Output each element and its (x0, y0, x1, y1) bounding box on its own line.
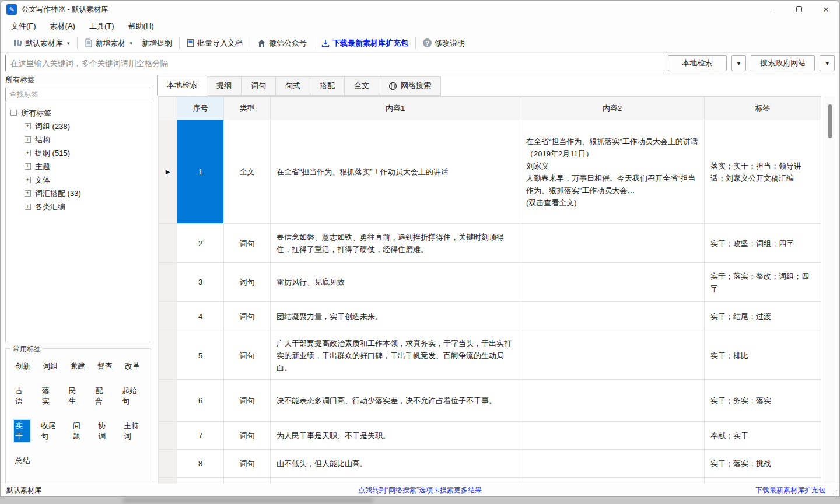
table-vertical-scrollbar[interactable] (825, 96, 835, 484)
table-row[interactable]: 4 词句 团结凝聚力量，实干创造未来。 实干；结尾；过渡 (159, 302, 821, 331)
cell-tags[interactable]: 实干；落实；挑战 (705, 450, 821, 478)
cell-index[interactable]: 6 (177, 380, 224, 422)
cell-type[interactable]: 词句 (224, 331, 271, 380)
cell-tags[interactable]: 奉献；实干 (705, 422, 821, 450)
local-search-dropdown-button[interactable]: ▼ (732, 55, 747, 71)
menu-file[interactable]: 文件(F) (11, 21, 36, 32)
expand-icon[interactable]: + (24, 136, 31, 143)
tag-zongjie[interactable]: 总结 (14, 455, 32, 467)
cell-tags[interactable]: 实干；攻坚；词组；四字 (705, 224, 821, 263)
cell-tags[interactable]: 落实；实干；担当；领导讲话；刘家义公开文稿汇编 (705, 120, 821, 224)
cell-tags[interactable]: 实干；结尾；过渡 (705, 302, 821, 331)
cell-index[interactable]: 7 (177, 422, 224, 450)
menu-tools[interactable]: 工具(T) (89, 21, 114, 32)
tab-outline[interactable]: 提纲 (207, 76, 242, 96)
cell-content1[interactable]: 为人民干事是天职、不干是失职。 (271, 422, 520, 450)
tag-ducha[interactable]: 督查 (96, 360, 114, 372)
minimize-button[interactable]: – (759, 1, 786, 18)
gov-search-dropdown-button[interactable]: ▼ (820, 55, 835, 71)
tab-collocations[interactable]: 搭配 (310, 76, 345, 96)
current-row-arrow-icon[interactable]: ▶ (159, 120, 177, 224)
cell-index[interactable]: 4 (177, 302, 224, 331)
cell-content1[interactable]: 要信念如磐、意志如铁、勇往直前，遇到挫折撑得住，关键时刻顶得住，扛得了重活，打得… (271, 224, 520, 263)
tag-shouweiju[interactable]: 收尾句 (40, 420, 62, 442)
tab-phrases[interactable]: 词句 (242, 76, 276, 96)
add-material-button[interactable]: 新增素材 ▾ (80, 36, 138, 51)
cell-type[interactable]: 词句 (224, 422, 271, 450)
tree-node-outline[interactable]: + 提纲 (515) (10, 146, 150, 160)
tab-web-search[interactable]: 网络搜索 (379, 76, 441, 96)
local-search-button[interactable]: 本地检索 (668, 55, 727, 71)
cell-content2[interactable] (520, 450, 705, 478)
tag-shigan-selected[interactable]: 实干 (14, 420, 30, 442)
cell-content1[interactable]: 山不低头，但人能比山高。 (271, 450, 520, 478)
batch-import-button[interactable]: 批量导入文档 (182, 36, 247, 51)
table-row[interactable]: 6 词句 决不能表态多调门高、行动少落实差，决不允许占着位子不干事。 实干；务实… (159, 380, 821, 422)
tree-node-phrases[interactable]: + 词组 (238) (10, 120, 150, 133)
cell-content1[interactable]: 决不能表态多调门高、行动少落实差，决不允许占着位子不干事。 (271, 380, 520, 422)
cell-type[interactable]: 词句 (224, 450, 271, 478)
expand-icon[interactable]: + (24, 204, 31, 210)
tag-peihe[interactable]: 配合 (94, 385, 111, 407)
cell-index[interactable]: 5 (177, 331, 224, 380)
expand-icon[interactable]: + (24, 150, 31, 156)
tab-sentence-patterns[interactable]: 句式 (276, 76, 310, 96)
tree-node-structure[interactable]: + 结构 (10, 133, 150, 146)
expand-icon[interactable]: + (24, 177, 31, 183)
tag-qishiju[interactable]: 起始句 (121, 385, 145, 407)
library-selector-button[interactable]: 默认素材库 ▾ (9, 36, 75, 51)
cell-content2[interactable] (520, 331, 705, 380)
cell-content2[interactable] (520, 380, 705, 422)
cell-index[interactable]: 8 (177, 450, 224, 478)
cell-content2[interactable] (520, 302, 705, 331)
menu-material[interactable]: 素材(A) (50, 21, 75, 32)
changelog-button[interactable]: ? 修改说明 (418, 36, 470, 51)
expand-icon[interactable]: + (24, 163, 31, 170)
menu-help[interactable]: 帮助(H) (128, 21, 154, 32)
tag-xietiao[interactable]: 协调 (97, 420, 113, 442)
cell-type[interactable]: 词句 (224, 224, 271, 263)
cell-tags[interactable]: 实干；落实；整改；词组；四字 (705, 263, 821, 302)
cell-content1[interactable]: 雷厉风行、见底见效 (271, 263, 520, 302)
tree-node-style[interactable]: + 文体 (10, 173, 150, 187)
cell-content2[interactable] (520, 422, 705, 450)
cell-content2[interactable] (520, 263, 705, 302)
tab-local-search[interactable]: 本地检索 (157, 75, 207, 96)
cell-index-selected[interactable]: 1 (177, 120, 224, 224)
tree-node-topic[interactable]: + 主题 (10, 160, 150, 173)
tag-minsheng[interactable]: 民生 (67, 385, 84, 407)
tree-node-collocation[interactable]: + 词汇搭配 (33) (10, 187, 150, 200)
gov-search-button[interactable]: 搜索政府网站 (751, 55, 815, 71)
resize-grip[interactable]: ⋰ (832, 489, 838, 495)
cell-type[interactable]: 词句 (224, 263, 271, 302)
cell-content1[interactable]: 广大干部要提高政治素质和工作本领，求真务实，干字当头，干出实打实的新业绩，干出群… (271, 331, 520, 380)
add-outline-button[interactable]: 新增提纲 (137, 36, 177, 51)
tag-wenti[interactable]: 问题 (72, 420, 88, 442)
tag-chuangxin[interactable]: 创新 (14, 360, 32, 372)
col-header-content2[interactable]: 内容2 (520, 97, 705, 120)
cell-type[interactable]: 全文 (224, 120, 271, 224)
table-row[interactable]: 8 词句 山不低头，但人能比山高。 实干；落实；挑战 (159, 450, 821, 478)
keyword-search-input[interactable] (5, 55, 663, 71)
find-tag-input[interactable] (5, 88, 151, 102)
download-pack-button[interactable]: 下载最新素材库扩充包 (317, 36, 413, 51)
collapse-icon[interactable]: − (10, 110, 17, 116)
cell-content2[interactable] (520, 224, 705, 263)
cell-tags[interactable]: 实干；排比 (705, 331, 821, 380)
tag-gaige[interactable]: 改革 (124, 360, 141, 372)
tag-dangjian[interactable]: 党建 (69, 360, 86, 372)
tree-node-compilations[interactable]: + 各类汇编 (10, 200, 150, 214)
scrollbar-thumb[interactable] (828, 104, 832, 138)
wechat-official-button[interactable]: 微信公众号 (253, 36, 312, 51)
web-search-hint-link[interactable]: 点我转到“网络搜索”选项卡搜索更多结果 (1, 485, 839, 495)
cell-content2[interactable]: 在全省“担当作为、狠抓落实”工作动员大会上的讲话 （2019年2月11日） 刘家… (520, 120, 705, 224)
cell-tags[interactable]: 实干；务实；落实 (705, 380, 821, 422)
cell-type[interactable]: 词句 (224, 302, 271, 331)
table-row[interactable]: 7 词句 为人民干事是天职、不干是失职。 奉献；实干 (159, 422, 821, 450)
table-row[interactable]: ▶ 1 全文 在全省“担当作为、狠抓落实”工作动员大会上的讲话 在全省“担当作为… (159, 120, 821, 224)
expand-icon[interactable]: + (24, 190, 31, 197)
table-row[interactable]: 2 词句 要信念如磐、意志如铁、勇往直前，遇到挫折撑得住，关键时刻顶得住，扛得了… (159, 224, 821, 263)
close-button[interactable]: ✕ (813, 1, 839, 18)
tag-guyu[interactable]: 古语 (14, 385, 31, 407)
cell-type[interactable]: 词句 (224, 380, 271, 422)
